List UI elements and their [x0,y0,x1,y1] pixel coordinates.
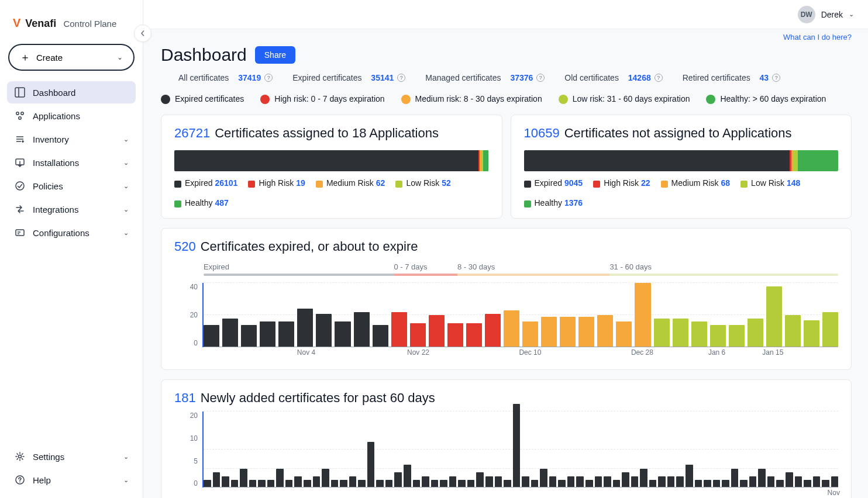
chart-bar[interactable] [597,315,613,347]
chart-bar[interactable] [631,476,639,488]
chart-bar[interactable] [276,469,284,488]
chart-bar[interactable] [654,319,670,348]
assigned-stacked-bar[interactable] [174,150,489,171]
chart-bar[interactable] [391,312,407,348]
chart-bar[interactable] [422,476,429,488]
chart-bar[interactable] [785,315,801,347]
chart-bar[interactable] [335,321,350,347]
chart-bar[interactable] [640,469,647,488]
chart-bar[interactable] [766,286,782,348]
chart-bar[interactable] [541,317,557,347]
chart-bar[interactable] [595,476,602,488]
chart-bar[interactable] [831,476,839,488]
chart-bar[interactable] [404,465,411,487]
chart-bar[interactable] [758,469,766,488]
chart-bar[interactable] [322,469,329,488]
chart-bar[interactable] [729,325,745,348]
chart-bar[interactable] [748,319,763,348]
stack-seg-healthy[interactable] [483,150,489,171]
chart-bar[interactable] [513,404,521,487]
sidebar-collapse-button[interactable] [134,25,151,42]
info-icon[interactable]: ? [397,74,405,82]
chart-bar[interactable] [667,476,675,488]
sidebar-item-policies[interactable]: Policies ⌄ [7,175,136,197]
chart-bar[interactable] [394,472,402,487]
chart-bar[interactable] [297,309,313,347]
chart-bar[interactable] [240,469,247,488]
stat-all-certificates[interactable]: All certificates 37419? [178,73,273,82]
chart-bar[interactable] [691,321,707,347]
chart-bar[interactable] [540,469,547,488]
unassigned-stacked-bar[interactable] [524,150,839,171]
chart-bar[interactable] [616,321,632,347]
user-name[interactable]: Derek [821,10,843,19]
chart-bar[interactable] [241,325,257,348]
chart-bar[interactable] [549,476,557,488]
sidebar-item-dashboard[interactable]: Dashboard [7,81,136,103]
chart-bar[interactable] [567,476,575,488]
chart-bar[interactable] [749,476,757,488]
chart-bar[interactable] [822,312,838,348]
chart-bar[interactable] [522,321,538,347]
chart-bar[interactable] [476,472,484,487]
stack-seg-low[interactable] [793,150,797,171]
info-icon[interactable]: ? [264,74,273,82]
what-can-i-do-link[interactable]: What can I do here? [783,33,852,42]
chart-bar[interactable] [578,317,594,347]
chart-bar[interactable] [813,476,821,488]
chart-bar[interactable] [485,476,493,488]
stack-seg-expired[interactable] [174,150,478,171]
sidebar-item-applications[interactable]: Applications [7,105,136,127]
chart-bar[interactable] [495,476,502,488]
chart-bar[interactable] [504,310,519,347]
share-button[interactable]: Share [255,46,295,64]
chart-bar[interactable] [635,283,650,347]
chart-bar[interactable] [213,472,221,487]
chart-bar[interactable] [676,476,684,488]
expiring-bar-chart[interactable]: 40200 Nov 4Nov 22Dec 10Dec 28Jan 6Jan 15 [174,283,838,359]
chart-bar[interactable] [604,476,611,488]
chart-bar[interactable] [313,476,321,488]
chart-bar[interactable] [222,319,238,348]
chart-bar[interactable] [373,325,388,348]
sidebar-item-integrations[interactable]: Integrations ⌄ [7,198,136,220]
stat-managed-certificates[interactable]: Managed certificates 37376? [425,73,545,82]
sidebar-item-configurations[interactable]: Configurations ⌄ [7,222,136,244]
chart-bar[interactable] [222,476,229,488]
sidebar-item-settings[interactable]: Settings ⌄ [7,445,136,468]
chart-bar[interactable] [204,325,219,348]
chart-bar[interactable] [349,476,357,488]
chart-bar[interactable] [410,323,426,347]
chart-bar[interactable] [576,476,584,488]
stat-old-certificates[interactable]: Old certificates 14268? [564,73,662,82]
chart-bar[interactable] [278,321,294,347]
chart-bar[interactable] [710,325,726,348]
info-icon[interactable]: ? [772,74,780,82]
chart-bar[interactable] [804,320,819,348]
chart-bar[interactable] [485,314,501,348]
chart-bar[interactable] [260,321,275,347]
chart-bar[interactable] [786,472,793,487]
chart-bar[interactable] [767,476,775,488]
chart-bar[interactable] [447,323,463,347]
stack-seg-healthy[interactable] [798,150,838,171]
chart-bar[interactable] [316,314,332,348]
chart-bar[interactable] [354,312,370,348]
chart-bar[interactable] [622,472,629,487]
info-icon[interactable]: ? [655,74,663,82]
info-icon[interactable]: ? [536,74,545,82]
chart-bar[interactable] [294,476,302,488]
stat-retired-certificates[interactable]: Retired certificates 43? [683,73,780,82]
chart-bar[interactable] [673,319,688,348]
sidebar-item-help[interactable]: Help ⌄ [7,469,136,491]
sidebar-item-installations[interactable]: Installations ⌄ [7,151,136,174]
chart-bar[interactable] [686,465,693,487]
chart-bar[interactable] [367,442,375,487]
chart-bar[interactable] [466,323,482,347]
chart-bar[interactable] [560,317,576,347]
user-avatar[interactable]: DW [798,6,815,23]
stat-expired-certificates[interactable]: Expired certificates 35141? [292,73,405,82]
create-button[interactable]: ＋ Create ⌄ [8,44,135,71]
sidebar-item-inventory[interactable]: Inventory ⌄ [7,128,136,150]
chart-bar[interactable] [429,315,445,347]
